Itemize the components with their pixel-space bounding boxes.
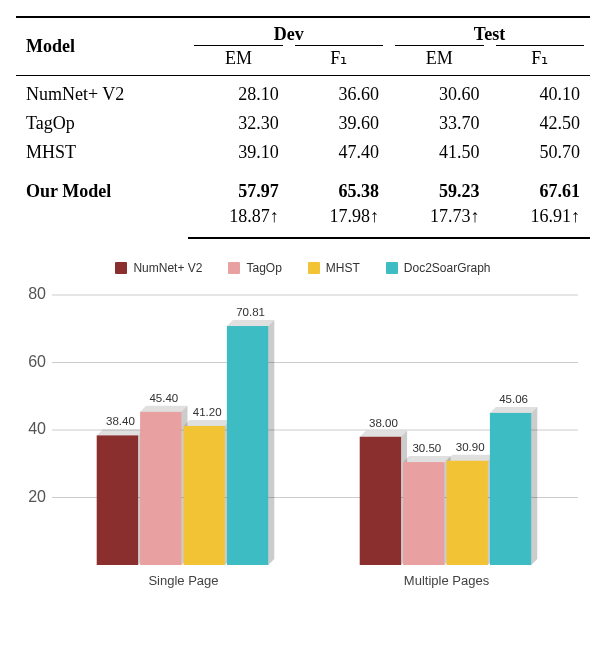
- svg-text:80: 80: [28, 285, 46, 302]
- cell: 59.23: [389, 167, 489, 206]
- table-row-our: Our Model 57.97 65.38 59.23 67.61: [16, 167, 590, 206]
- col-test: Test: [389, 17, 590, 45]
- col-dev: Dev: [188, 17, 389, 45]
- cell: 33.70: [389, 109, 489, 138]
- cell: 41.50: [389, 138, 489, 167]
- svg-marker-13: [140, 406, 187, 412]
- svg-rect-29: [403, 462, 444, 565]
- legend-item: TagOp: [228, 261, 281, 275]
- legend-swatch-icon: [228, 262, 240, 274]
- svg-marker-21: [227, 320, 274, 326]
- table-row: TagOp 32.30 39.60 33.70 42.50: [16, 109, 590, 138]
- cell: 17.98↑: [289, 206, 389, 238]
- cell: 28.10: [188, 76, 288, 110]
- legend-label: NumNet+ V2: [133, 261, 202, 275]
- cell: 57.97: [188, 167, 288, 206]
- col-dev-f1: F₁: [289, 45, 389, 76]
- col-test-f1: F₁: [490, 45, 590, 76]
- cell: 39.60: [289, 109, 389, 138]
- svg-text:60: 60: [28, 353, 46, 370]
- svg-text:Multiple Pages: Multiple Pages: [404, 573, 490, 588]
- cell-model: Our Model: [16, 167, 188, 238]
- legend-item: MHST: [308, 261, 360, 275]
- svg-marker-9: [97, 429, 144, 435]
- cell: 36.60: [289, 76, 389, 110]
- col-model: Model: [16, 17, 188, 76]
- cell: 32.30: [188, 109, 288, 138]
- legend-item: NumNet+ V2: [115, 261, 202, 275]
- legend-swatch-icon: [386, 262, 398, 274]
- col-dev-em: EM: [188, 45, 288, 76]
- svg-text:20: 20: [28, 488, 46, 505]
- bar-chart: NumNet+ V2 TagOp MHST Doc2SoarGraph 2040…: [16, 261, 590, 595]
- svg-text:30.50: 30.50: [412, 442, 441, 454]
- svg-marker-30: [403, 456, 450, 462]
- table: Model Dev Test EM F₁ EM F₁ NumNet+ V2 28…: [16, 16, 590, 239]
- legend-swatch-icon: [308, 262, 320, 274]
- svg-text:Single Page: Single Page: [148, 573, 218, 588]
- svg-marker-39: [531, 407, 537, 565]
- table-row: NumNet+ V2 28.10 36.60 30.60 40.10: [16, 76, 590, 110]
- svg-rect-37: [490, 413, 531, 565]
- svg-rect-20: [227, 326, 268, 565]
- cell: 30.60: [389, 76, 489, 110]
- svg-rect-12: [140, 412, 181, 565]
- svg-rect-16: [184, 426, 225, 565]
- cell-model: MHST: [16, 138, 188, 167]
- col-test-em: EM: [389, 45, 489, 76]
- cell-model: TagOp: [16, 109, 188, 138]
- svg-text:70.81: 70.81: [236, 306, 265, 318]
- svg-text:41.20: 41.20: [193, 406, 222, 418]
- legend-swatch-icon: [115, 262, 127, 274]
- chart-plot: 2040608038.4045.4041.2070.81Single Page3…: [18, 285, 588, 595]
- legend-item: Doc2SoarGraph: [386, 261, 491, 275]
- svg-rect-25: [360, 437, 401, 565]
- svg-text:40: 40: [28, 420, 46, 437]
- svg-text:38.40: 38.40: [106, 415, 135, 427]
- chart-legend: NumNet+ V2 TagOp MHST Doc2SoarGraph: [16, 261, 590, 275]
- legend-label: MHST: [326, 261, 360, 275]
- results-table: Model Dev Test EM F₁ EM F₁ NumNet+ V2 28…: [16, 16, 590, 239]
- svg-marker-34: [447, 455, 494, 461]
- svg-text:45.06: 45.06: [499, 393, 528, 405]
- cell: 50.70: [490, 138, 590, 167]
- svg-text:38.00: 38.00: [369, 417, 398, 429]
- table-row: MHST 39.10 47.40 41.50 50.70: [16, 138, 590, 167]
- cell-model: NumNet+ V2: [16, 76, 188, 110]
- legend-label: Doc2SoarGraph: [404, 261, 491, 275]
- cell: 47.40: [289, 138, 389, 167]
- svg-rect-33: [447, 461, 488, 565]
- svg-marker-26: [360, 431, 407, 437]
- chart-svg: 2040608038.4045.4041.2070.81Single Page3…: [18, 285, 588, 595]
- cell: 65.38: [289, 167, 389, 206]
- cell: 39.10: [188, 138, 288, 167]
- svg-marker-17: [184, 420, 231, 426]
- svg-marker-22: [268, 320, 274, 565]
- cell: 18.87↑: [188, 206, 288, 238]
- cell: 17.73↑: [389, 206, 489, 238]
- cell: 42.50: [490, 109, 590, 138]
- cell: 40.10: [490, 76, 590, 110]
- svg-rect-8: [97, 435, 138, 565]
- cell: 16.91↑: [490, 206, 590, 238]
- svg-text:45.40: 45.40: [149, 392, 178, 404]
- svg-text:30.90: 30.90: [456, 441, 485, 453]
- svg-marker-38: [490, 407, 537, 413]
- legend-label: TagOp: [246, 261, 281, 275]
- cell: 67.61: [490, 167, 590, 206]
